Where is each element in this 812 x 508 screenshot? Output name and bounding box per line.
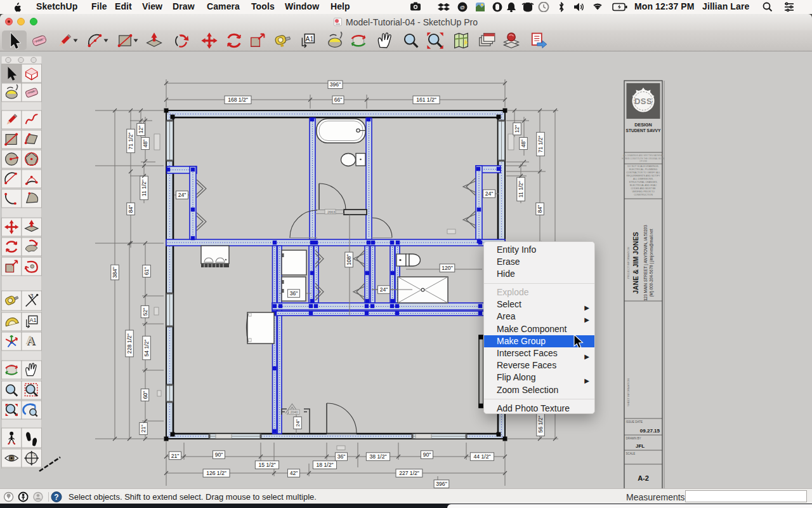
svg-text:ELECTRICAL AND HVAC: ELECTRICAL AND HVAC [630, 184, 657, 187]
svg-text:24": 24" [178, 192, 187, 198]
svg-text:OF DSS: OF DSS [639, 160, 647, 163]
svg-text:84": 84" [128, 205, 134, 213]
svg-text:A: A [26, 333, 35, 347]
svg-text:52": 52" [142, 308, 148, 316]
svg-text:21": 21" [140, 425, 147, 433]
svg-text:HEREIN CONSTITUTE THE ORIGINAL: HEREIN CONSTITUTE THE ORIGINAL WORK [622, 157, 665, 160]
svg-text:DESIGN: DESIGN [634, 122, 652, 128]
svg-text:384": 384" [112, 267, 118, 277]
svg-text:A1: A1 [306, 36, 314, 43]
svg-text:61": 61" [143, 267, 150, 276]
svg-text:66": 66" [334, 97, 343, 103]
svg-text:227 1/2": 227 1/2" [399, 470, 419, 476]
svg-text:JFL: JFL [636, 443, 645, 449]
svg-text:SHEET INFORMATION: SHEET INFORMATION [627, 378, 630, 406]
svg-text:60": 60" [142, 391, 148, 399]
svg-text:2663: 2663 [327, 210, 335, 214]
svg-text:REQUIREMENTS AND NOTIFY: REQUIREMENTS AND NOTIFY [627, 175, 660, 177]
svg-text:CODES AND MUST BE: CODES AND MUST BE [631, 187, 656, 190]
svg-text:56 1/2": 56 1/2" [537, 416, 544, 433]
svg-text:84": 84" [537, 205, 543, 213]
svg-text:90": 90" [215, 451, 223, 458]
svg-text:90": 90" [423, 451, 431, 458]
svg-text:168 1/2": 168 1/2" [228, 97, 248, 103]
svg-text:21": 21" [171, 453, 180, 459]
svg-text:STRUCTURAL CHANGES,: STRUCTURAL CHANGES, [629, 181, 658, 184]
svg-text:36": 36" [290, 290, 298, 297]
svg-text:18 1/2": 18 1/2" [317, 462, 334, 468]
svg-text:STUDENT SAVVY: STUDENT SAVVY [626, 128, 661, 133]
svg-text:38 1/2": 38 1/2" [370, 453, 387, 460]
svg-text:CONSTRUCTION: CONSTRUCTION [634, 194, 653, 196]
svg-text:ALL DIMENSIONS,: ALL DIMENSIONS, [633, 178, 653, 180]
svg-text:48": 48" [520, 140, 527, 148]
svg-text:44 1/2": 44 1/2" [474, 453, 491, 460]
svg-text:12": 12" [514, 125, 520, 133]
svg-text:108": 108" [346, 254, 352, 265]
svg-text:A-2: A-2 [638, 474, 649, 482]
svg-text:71 1/2": 71 1/2" [128, 133, 134, 150]
svg-text:DSS: DSS [634, 97, 652, 106]
svg-text:(M) 000-204-5678 | jimjones@ma: (M) 000-204-5678 | jimjones@mail.net [649, 229, 654, 297]
svg-text:123 MAIN STREET | ANYTOWN, IA: 123 MAIN STREET | ANYTOWN, IA 50203 [643, 225, 648, 301]
svg-text:15 1/2": 15 1/2" [259, 462, 276, 468]
svg-text:12": 12" [138, 126, 144, 134]
svg-text:A1: A1 [29, 317, 36, 323]
svg-text:228 1/2": 228 1/2" [126, 333, 133, 354]
svg-text:3: 3 [30, 293, 33, 299]
svg-text:48": 48" [142, 140, 148, 148]
svg-text:2040: 2040 [290, 410, 298, 414]
svg-text:C: C [34, 453, 36, 457]
svg-text:126 1/2": 126 1/2" [206, 470, 226, 476]
svg-text:DRAWN BY: DRAWN BY [626, 437, 641, 440]
svg-text:JANE & JIM JONES: JANE & JIM JONES [632, 232, 639, 293]
svg-text:SCALE: SCALE [626, 452, 636, 455]
svg-text:24": 24" [380, 286, 388, 293]
svg-text:396": 396" [436, 481, 447, 487]
svg-text:42": 42" [290, 470, 298, 476]
svg-text:54 1/2": 54 1/2" [143, 340, 150, 357]
svg-text:11 1/2": 11 1/2" [141, 180, 147, 196]
svg-text:@: @ [460, 4, 465, 10]
svg-text:VERIFIED PRIOR TO: VERIFIED PRIOR TO [632, 190, 655, 193]
svg-text:120": 120" [442, 265, 452, 271]
svg-text:161 1/2": 161 1/2" [416, 97, 436, 103]
svg-text:ELECTRICAL, PLUMBING: ELECTRICAL, PLUMBING [629, 168, 657, 171]
svg-text:ISSUE DATE: ISSUE DATE [626, 420, 643, 424]
svg-text:CONTRACTOR TO VERIFY ALL: CONTRACTOR TO VERIFY ALL [626, 171, 660, 174]
svg-text:36": 36" [337, 453, 346, 460]
svg-text:24": 24" [295, 419, 301, 427]
svg-text:DO NOT SCALE DRAWINGS.: DO NOT SCALE DRAWINGS. [627, 165, 659, 168]
svg-text:09.27.15: 09.27.15 [640, 428, 660, 434]
svg-text:396": 396" [330, 81, 341, 88]
svg-text:11 1/2": 11 1/2" [518, 181, 524, 197]
svg-text:24": 24" [485, 190, 494, 197]
svg-text:PROJECT INFORMATION: PROJECT INFORMATION [627, 247, 630, 279]
svg-text:ALL DRAWINGS AND WRITTEN MATER: ALL DRAWINGS AND WRITTEN MATERIAL [623, 154, 664, 157]
svg-text:71 1/2": 71 1/2" [537, 136, 544, 153]
svg-text:?: ? [54, 493, 58, 502]
